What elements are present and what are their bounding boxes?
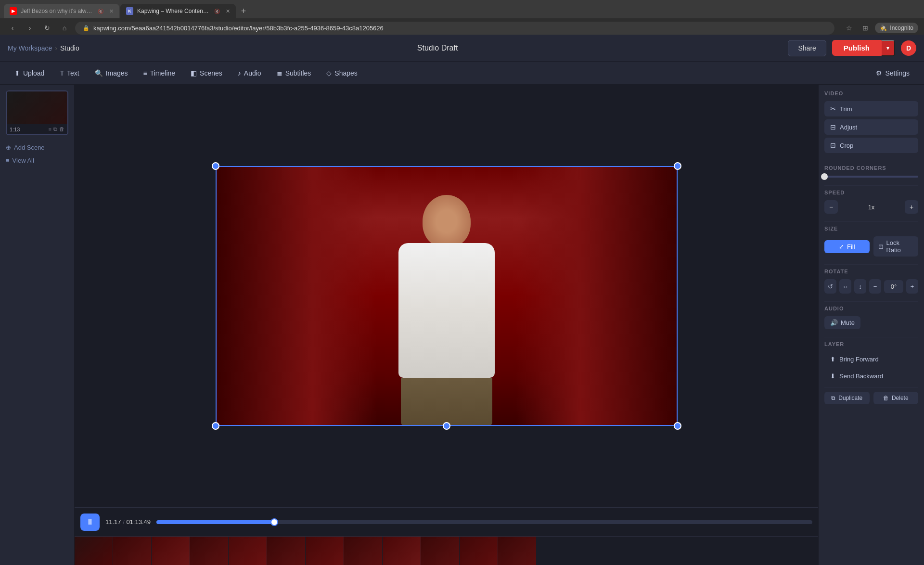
divider-5 — [824, 301, 918, 302]
rotate-ccw-button[interactable]: ↺ — [824, 279, 836, 294]
duplicate-button[interactable]: ⧉ Duplicate — [824, 392, 870, 404]
rotate-value-increase-button[interactable]: + — [906, 279, 918, 294]
scene-time: 1:13 — [10, 127, 20, 132]
lock-ratio-button[interactable]: ⊡ Lock Ratio — [873, 236, 919, 257]
menu-text-label: Text — [67, 69, 79, 77]
scene-card[interactable]: 1:13 ≡ ⧉ 🗑 — [6, 90, 68, 135]
send-backward-button[interactable]: ⬇ Send Backward — [824, 369, 918, 384]
delete-button[interactable]: 🗑 Delete — [873, 392, 919, 404]
publish-button[interactable]: Publish — [832, 40, 881, 56]
canvas[interactable] — [216, 166, 678, 426]
add-scene-button[interactable]: ⊕ Add Scene — [6, 141, 68, 154]
menu-item-shapes[interactable]: ◇ Shapes — [320, 65, 364, 81]
speed-increase-button[interactable]: + — [905, 200, 918, 214]
new-tab-button[interactable]: + — [237, 4, 250, 18]
filmstrip-frame-4 — [190, 537, 229, 565]
audio-icon: ♪ — [238, 69, 241, 77]
rotate-value-input[interactable] — [884, 280, 903, 293]
back-button[interactable]: ‹ — [6, 21, 19, 35]
speed-section-title: SPEED — [824, 190, 918, 195]
tab-bar: ▶ Jeff Bezos on why it's alway... 🔇 ✕ K … — [0, 0, 924, 18]
tab-kapwing-close[interactable]: ✕ — [226, 8, 230, 14]
scene-reorder-button[interactable]: ≡ — [49, 126, 51, 132]
menu-item-scenes[interactable]: ◧ Scenes — [184, 65, 229, 81]
speed-row: − 1x + — [824, 200, 918, 214]
audio-section: AUDIO 🔊 Mute — [824, 306, 918, 329]
rounded-corners-section: ROUNDED CORNERS — [824, 165, 918, 178]
rotate-section-title: ROTATE — [824, 269, 918, 274]
scene-delete-button[interactable]: 🗑 — [59, 126, 64, 132]
trim-button[interactable]: ✂ Trim — [824, 101, 918, 116]
refresh-button[interactable]: ↻ — [40, 21, 54, 35]
delete-icon: 🗑 — [883, 395, 889, 401]
layer-section-title: LAYER — [824, 341, 918, 347]
home-button[interactable]: ⌂ — [58, 21, 71, 35]
menu-item-upload[interactable]: ⬆ Upload — [8, 65, 51, 81]
left-panel: 1:13 ≡ ⧉ 🗑 ⊕ Add Scene ≡ View All — [0, 85, 75, 565]
menu-item-timeline[interactable]: ≡ Timeline — [137, 65, 182, 81]
menu-item-audio[interactable]: ♪ Audio — [231, 65, 268, 81]
tab-youtube[interactable]: ▶ Jeff Bezos on why it's alway... 🔇 ✕ — [4, 4, 119, 18]
menu-item-images[interactable]: 🔍 Images — [88, 65, 135, 81]
resize-handle-bottom-center[interactable] — [443, 422, 450, 430]
flip-vertical-button[interactable]: ↕ — [854, 279, 866, 294]
tab-youtube-close[interactable]: ✕ — [109, 8, 114, 14]
settings-button[interactable]: ⚙ Settings — [869, 65, 916, 81]
bookmark-button[interactable]: ☆ — [842, 21, 856, 35]
divider-4 — [824, 264, 918, 265]
resize-handle-top-right[interactable] — [674, 162, 681, 170]
share-button[interactable]: Share — [788, 40, 826, 56]
resize-handle-top-left[interactable] — [212, 162, 219, 170]
fill-button[interactable]: ⤢ Fill — [824, 240, 870, 253]
menu-audio-label: Audio — [244, 69, 261, 77]
settings-icon: ⚙ — [876, 69, 882, 77]
timeline-controls: ⏸ 11.17 / 01:13.49 — [75, 507, 818, 536]
menu-item-text[interactable]: T Text — [53, 65, 86, 81]
play-pause-button[interactable]: ⏸ — [80, 514, 100, 531]
bring-forward-button[interactable]: ⬆ Bring Forward — [824, 352, 918, 367]
resize-handle-bottom-right[interactable] — [674, 422, 681, 430]
scene-copy-button[interactable]: ⧉ — [53, 126, 57, 132]
tab-youtube-mute-icon[interactable]: 🔇 — [98, 9, 103, 14]
menu-item-subtitles[interactable]: ≣ Subtitles — [270, 65, 318, 81]
scenes-icon: ◧ — [191, 69, 197, 77]
flip-horizontal-button[interactable]: ↔ — [839, 279, 851, 294]
settings-label: Settings — [885, 69, 910, 77]
person-body — [398, 243, 495, 378]
send-backward-label: Send Backward — [839, 372, 883, 380]
breadcrumb-current: Studio — [60, 44, 79, 52]
curtain-left — [216, 166, 377, 426]
add-scene-label: Add Scene — [14, 144, 45, 151]
timeline-track[interactable] — [156, 520, 812, 524]
canvas-wrapper — [75, 85, 818, 507]
right-panel: VIDEO ✂ Trim ⊟ Adjust ⊡ Crop ROUNDED COR… — [818, 85, 924, 565]
adjust-button[interactable]: ⊟ Adjust — [824, 119, 918, 135]
menu-scenes-label: Scenes — [200, 69, 222, 77]
rounded-corners-slider[interactable] — [824, 176, 918, 178]
speed-decrease-button[interactable]: − — [824, 200, 838, 214]
user-avatar[interactable]: D — [901, 40, 916, 56]
tab-kapwing-mute-icon[interactable]: 🔇 — [214, 9, 220, 14]
mute-button[interactable]: 🔊 Mute — [824, 316, 860, 329]
tab-kapwing[interactable]: K Kapwing – Where Content C... 🔇 ✕ — [120, 4, 236, 18]
menu-timeline-label: Timeline — [150, 69, 175, 77]
workspace-link[interactable]: My Workspace — [8, 44, 52, 52]
incognito-icon: 🕵 — [880, 25, 887, 31]
timeline-scrubber[interactable] — [270, 518, 278, 526]
rotate-value-decrease-button[interactable]: − — [869, 279, 881, 294]
audio-row: 🔊 Mute — [824, 316, 918, 329]
menu-subtitles-label: Subtitles — [285, 69, 311, 77]
extensions-button[interactable]: ⊞ — [859, 21, 872, 35]
fill-label: Fill — [847, 243, 855, 250]
crop-button[interactable]: ⊡ Crop — [824, 138, 918, 153]
publish-dropdown-button[interactable]: ▾ — [881, 40, 895, 56]
forward-button[interactable]: › — [23, 21, 37, 35]
publish-btn-group: Publish ▾ — [832, 40, 895, 56]
divider-3 — [824, 221, 918, 222]
size-section: SIZE ⤢ Fill ⊡ Lock Ratio — [824, 226, 918, 257]
canvas-area: ⏸ 11.17 / 01:13.49 — [75, 85, 818, 565]
view-all-button[interactable]: ≡ View All — [6, 154, 68, 167]
rounded-corners-thumb[interactable] — [821, 173, 828, 180]
address-bar[interactable]: 🔒 kapwing.com/5eaa6aa241542b0014776fa3/s… — [75, 22, 834, 35]
resize-handle-bottom-left[interactable] — [212, 422, 219, 430]
